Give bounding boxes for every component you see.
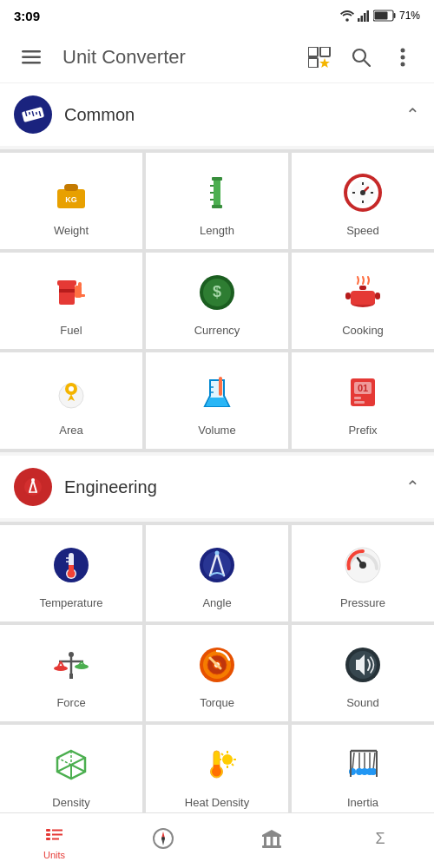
- svg-line-126: [232, 764, 233, 766]
- svg-text:01: 01: [358, 383, 368, 393]
- torque-item[interactable]: Torque: [146, 625, 288, 721]
- bottom-nav: Units Σ: [0, 812, 434, 868]
- engineering-icon: [14, 468, 52, 506]
- angle-item[interactable]: Angle: [146, 525, 288, 621]
- density-label: Density: [52, 796, 89, 809]
- svg-rect-27: [64, 184, 78, 191]
- svg-rect-46: [57, 280, 76, 286]
- common-chevron: ⌃: [405, 104, 420, 125]
- wifi-icon: [340, 10, 354, 22]
- engineering-chevron: ⌃: [405, 477, 420, 497]
- svg-rect-2: [360, 16, 363, 22]
- pressure-item[interactable]: Pressure: [292, 525, 434, 621]
- currency-label: Currency: [194, 324, 240, 337]
- svg-point-74: [31, 478, 35, 482]
- nav-museum[interactable]: [217, 813, 326, 868]
- svg-rect-49: [80, 294, 85, 297]
- weight-item[interactable]: KG Weight: [0, 153, 142, 249]
- search-icon: [352, 48, 371, 67]
- compass-nav-icon: [152, 827, 174, 853]
- nav-compass[interactable]: [108, 813, 217, 868]
- svg-rect-10: [22, 62, 41, 64]
- volume-icon: [193, 368, 241, 417]
- svg-line-22: [30, 112, 30, 115]
- force-item[interactable]: Force: [0, 625, 142, 721]
- common-title: Common: [64, 105, 405, 125]
- sum-nav-icon: Σ: [369, 827, 391, 853]
- svg-line-125: [221, 753, 223, 755]
- heat-density-label: Heat Density: [185, 796, 249, 809]
- svg-rect-57: [375, 293, 380, 299]
- engineering-section-header[interactable]: Engineering ⌃: [0, 456, 434, 518]
- svg-rect-4: [366, 10, 369, 22]
- svg-line-131: [373, 753, 375, 770]
- engineering-grid: Temperature Angle: [0, 522, 434, 825]
- currency-item[interactable]: $ Currency: [146, 253, 288, 349]
- svg-point-119: [212, 767, 221, 777]
- sound-item[interactable]: Sound: [292, 625, 434, 721]
- svg-rect-8: [22, 50, 41, 53]
- svg-rect-54: [351, 291, 375, 305]
- svg-point-120: [222, 754, 233, 765]
- svg-point-79: [68, 570, 76, 578]
- svg-marker-150: [262, 830, 281, 837]
- status-bar: 3:09 71%: [0, 0, 434, 31]
- length-label: Length: [200, 224, 234, 237]
- volume-item[interactable]: Volume: [146, 352, 288, 449]
- force-icon: [47, 641, 95, 689]
- length-item[interactable]: Length: [146, 153, 288, 249]
- search-button[interactable]: [344, 40, 378, 75]
- volume-label: Volume: [198, 424, 235, 437]
- svg-text:KG: KG: [65, 195, 77, 204]
- inertia-item[interactable]: Inertia: [292, 725, 434, 821]
- svg-rect-151: [264, 837, 266, 845]
- svg-rect-56: [345, 293, 351, 299]
- status-time: 3:09: [14, 9, 40, 23]
- speed-label: Speed: [346, 224, 379, 237]
- svg-rect-140: [46, 829, 50, 832]
- area-item[interactable]: Area: [0, 352, 142, 449]
- svg-line-24: [36, 112, 37, 115]
- nav-units[interactable]: Units: [0, 813, 108, 868]
- svg-rect-3: [364, 13, 366, 22]
- svg-rect-13: [308, 58, 318, 68]
- svg-point-18: [401, 55, 405, 59]
- cooking-item[interactable]: Cooking: [292, 253, 434, 349]
- heat-density-icon: [193, 740, 241, 789]
- svg-rect-48: [78, 282, 82, 287]
- more-button[interactable]: [385, 40, 420, 75]
- units-nav-icon: [43, 822, 66, 848]
- cooking-icon: [339, 268, 387, 317]
- heat-density-item[interactable]: Heat Density: [146, 725, 288, 821]
- fuel-item[interactable]: Fuel: [0, 253, 142, 349]
- prefix-item[interactable]: 01 Prefix: [292, 352, 434, 449]
- inertia-icon: [339, 740, 387, 789]
- svg-line-127: [352, 753, 354, 770]
- grid-star-button[interactable]: [302, 40, 337, 75]
- angle-icon: [193, 541, 241, 589]
- svg-line-115: [71, 765, 85, 772]
- weight-label: Weight: [54, 224, 89, 237]
- svg-rect-99: [69, 674, 73, 679]
- svg-text:$: $: [213, 283, 221, 300]
- svg-rect-45: [59, 289, 75, 293]
- engineering-title: Engineering: [64, 477, 405, 497]
- sound-label: Sound: [346, 696, 379, 709]
- content-area: Common ⌃ KG Weight: [0, 83, 434, 868]
- sound-icon: [339, 641, 387, 689]
- compass-tool-icon: [21, 475, 45, 499]
- common-section-header[interactable]: Common ⌃: [0, 83, 434, 146]
- speed-item[interactable]: Speed: [292, 153, 434, 249]
- svg-rect-152: [270, 837, 273, 845]
- battery-icon: [373, 10, 396, 22]
- pressure-icon: [339, 541, 387, 589]
- svg-rect-67: [354, 397, 361, 399]
- nav-sum[interactable]: Σ: [326, 813, 434, 868]
- common-grid: KG Weight Length: [0, 149, 434, 452]
- svg-rect-12: [320, 47, 330, 56]
- density-item[interactable]: Density: [0, 725, 142, 821]
- area-icon: [47, 368, 95, 417]
- menu-button[interactable]: [14, 40, 49, 75]
- temperature-item[interactable]: Temperature: [0, 525, 142, 621]
- svg-point-43: [360, 190, 365, 195]
